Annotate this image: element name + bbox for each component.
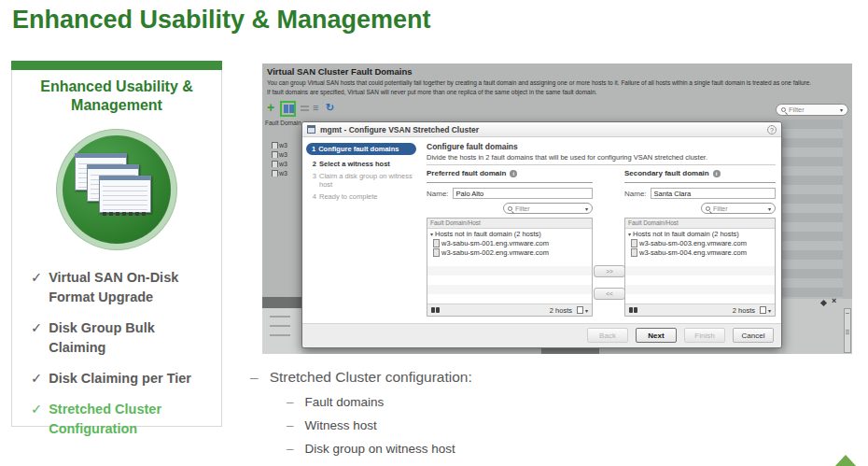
background-host-row[interactable]: w3 xyxy=(272,142,301,148)
table-column-header[interactable]: Fault Domain/Host xyxy=(625,219,775,229)
find-icon[interactable] xyxy=(629,307,633,313)
hosts-group-row[interactable]: ▾Hosts not in fault domain (2 hosts) xyxy=(427,229,592,238)
window-thumb-icon xyxy=(99,176,151,213)
note-sub-text: Disk group on witness host xyxy=(305,442,455,456)
help-icon[interactable]: ? xyxy=(767,125,777,134)
secondary-filter-input[interactable]: Filter ▾ xyxy=(701,203,776,214)
checklist-item-active: ✓Stretched Cluster Configuration xyxy=(31,400,214,439)
dialog-titlebar: mgmt - Configure VSAN Stretched Cluster … xyxy=(302,122,781,137)
secondary-fault-domain-column: Secondary fault domain i Name: Santa Cla… xyxy=(624,169,776,317)
check-icon: ✓ xyxy=(31,318,42,358)
export-icon[interactable] xyxy=(577,306,583,314)
note-sub: – Disk group on witness host xyxy=(287,442,455,456)
empty-rows xyxy=(625,257,775,304)
preferred-fault-domain-column: Preferred fault domain i Name: Palo Alto… xyxy=(427,169,593,317)
group-label: Hosts not in fault domain (2 hosts) xyxy=(435,230,541,238)
name-label: Name: xyxy=(427,190,449,198)
wizard-step-ready-to-complete[interactable]: 4 Ready to complete xyxy=(306,192,420,201)
background-host-row[interactable]: w3 xyxy=(272,151,301,158)
background-dark-bar xyxy=(262,297,301,308)
note-sub: – Witness host xyxy=(287,418,377,432)
back-button[interactable]: Back xyxy=(587,328,628,343)
find-icon[interactable] xyxy=(431,307,435,313)
move-left-button[interactable]: << xyxy=(594,288,625,300)
refresh-icon[interactable]: ↻ xyxy=(326,102,334,114)
group-label: Hosts not in fault domain (2 hosts) xyxy=(633,230,739,238)
step-label: Ready to complete xyxy=(319,192,378,201)
background-host-row[interactable]: w3 xyxy=(272,170,301,177)
wizard-step-configure-fault-domains[interactable]: 1 Configure fault domains xyxy=(306,143,416,155)
add-fault-domain-icon[interactable]: + xyxy=(267,100,274,115)
expander-icon: ▾ xyxy=(628,232,631,237)
step-number: 3 xyxy=(310,173,316,189)
note-sub: – Fault domains xyxy=(287,395,384,409)
column-title-label: Secondary fault domain xyxy=(624,169,709,177)
background-host-row[interactable]: w3 xyxy=(272,161,301,167)
preferred-filter-input[interactable]: Filter ▾ xyxy=(503,203,593,214)
host-row[interactable]: w3-sabu-sm-002.eng.vmware.com xyxy=(427,247,592,257)
list-actions-icon[interactable]: ≡ xyxy=(313,102,318,113)
hosts-group-row[interactable]: ▾Hosts not in fault domain (2 hosts) xyxy=(625,229,775,238)
filter-placeholder: Filter xyxy=(789,106,805,114)
finish-button[interactable]: Finish xyxy=(684,328,725,343)
wizard-step-select-witness-host[interactable]: 2 Select a witness host xyxy=(306,160,420,168)
column-title-label: Preferred fault domain xyxy=(427,169,506,177)
host-row[interactable]: w3-sabu-sm-001.eng.vmware.com xyxy=(427,238,592,247)
host-row[interactable]: w3-sabu-sm-003.eng.vmware.com xyxy=(625,238,775,247)
background-striped-panel xyxy=(782,120,843,299)
move-hosts-icon[interactable] xyxy=(301,106,309,107)
divider xyxy=(427,164,776,165)
next-button[interactable]: Next xyxy=(636,328,677,343)
feature-checklist: ✓Virtual SAN On-Disk Format Upgrade ✓Dis… xyxy=(12,268,221,439)
slide: Enhanced Usability & Management Enhanced… xyxy=(0,0,868,466)
checklist-item-label: Virtual SAN On-Disk Format Upgrade xyxy=(49,268,214,307)
stretched-cluster-wizard-dialog: mgmt - Configure VSAN Stretched Cluster … xyxy=(301,121,782,348)
vertical-scrollbar[interactable] xyxy=(844,308,851,353)
secondary-fault-domain-title: Secondary fault domain i xyxy=(624,169,776,183)
close-icon[interactable]: × xyxy=(832,296,836,305)
fault-domains-description-line2: If fault domains are specified, Virtual … xyxy=(267,89,597,95)
card-accent-bar xyxy=(11,61,222,70)
name-row: Name: Santa Clara xyxy=(624,188,776,199)
filter-placeholder: Filter xyxy=(713,205,728,212)
info-icon[interactable]: i xyxy=(510,170,517,177)
dialog-window-icon xyxy=(307,125,315,134)
checklist-item: ✓Virtual SAN On-Disk Format Upgrade xyxy=(31,268,214,307)
search-icon xyxy=(781,107,786,112)
fault-domains-title: Virtual SAN Cluster Fault Domains xyxy=(267,66,413,77)
wizard-step-claim-disk-group[interactable]: 3 Claim a disk group on witness host xyxy=(306,173,420,189)
summary-card: Enhanced Usability & Management ✓Virtual… xyxy=(11,61,222,427)
table-footer: 2 hosts ▾ xyxy=(625,304,775,316)
info-icon[interactable]: i xyxy=(713,170,721,177)
preferred-name-input[interactable]: Palo Alto xyxy=(453,188,593,199)
note-main: – Stretched Cluster configuration: xyxy=(250,369,472,386)
note-sub-text: Fault domains xyxy=(305,395,385,409)
background-bottom-panel xyxy=(262,308,301,354)
export-icon[interactable] xyxy=(760,306,766,314)
step-number: 2 xyxy=(310,160,316,168)
fault-domains-description-line1: You can group Virtual SAN hosts that cou… xyxy=(267,79,811,86)
move-right-button[interactable]: >> xyxy=(594,265,625,277)
cancel-button[interactable]: Cancel xyxy=(733,328,774,343)
host-row[interactable]: w3-sabu-sm-004.eng.vmware.com xyxy=(625,247,775,257)
step-label: Select a witness host xyxy=(319,160,390,168)
background-panel-footer xyxy=(782,299,852,354)
host-count: 2 hosts xyxy=(550,306,572,315)
expander-icon: ▾ xyxy=(430,232,433,237)
checklist-item: ✓Disk Group Bulk Claiming xyxy=(31,318,214,358)
dash-bullet: – xyxy=(287,442,294,456)
dialog-buttons: Back Next Finish Cancel xyxy=(587,328,774,343)
background-sliver-dark xyxy=(541,348,599,354)
step-number: 4 xyxy=(310,192,316,201)
card-title: Enhanced Usability & Management xyxy=(12,78,221,115)
host-count: 2 hosts xyxy=(733,306,755,315)
search-icon xyxy=(508,206,512,211)
secondary-name-input[interactable]: Santa Clara xyxy=(651,188,776,199)
table-column-header[interactable]: Fault Domain/Host xyxy=(427,219,592,229)
name-label: Name: xyxy=(624,190,647,198)
table-footer: 2 hosts ▾ xyxy=(427,304,592,316)
configure-stretched-cluster-icon[interactable] xyxy=(280,101,296,117)
chevron-down-icon: ▾ xyxy=(768,205,771,212)
dash-bullet: – xyxy=(287,418,294,432)
toolbar-filter-input[interactable]: Filter ▾ xyxy=(776,104,848,116)
